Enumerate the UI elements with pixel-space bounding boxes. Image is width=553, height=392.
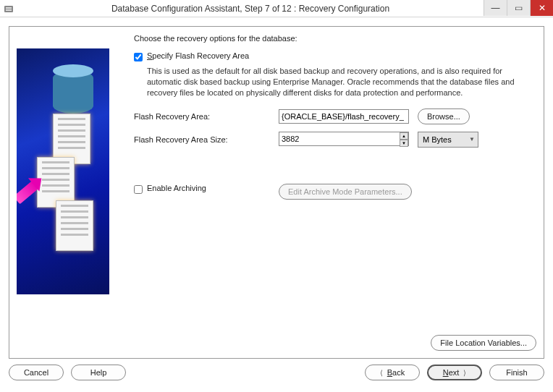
database-icon <box>53 70 93 114</box>
flash-size-spin-down[interactable]: ▼ <box>400 140 408 147</box>
chevron-left-icon: ⟨ <box>380 369 383 377</box>
instruction-text: Choose the recovery options for the data… <box>134 34 536 43</box>
flash-area-input[interactable] <box>279 109 409 124</box>
wizard-frame: Choose the recovery options for the data… <box>9 26 544 359</box>
wizard-illustration <box>17 48 109 294</box>
finish-button[interactable]: Finish <box>489 365 544 380</box>
minimize-icon: — <box>491 3 500 13</box>
minimize-button[interactable]: — <box>484 0 507 16</box>
edit-archive-params-button: Edit Archive Mode Parameters... <box>279 184 412 200</box>
flash-size-spin-up[interactable]: ▲ <box>400 132 408 140</box>
help-button[interactable]: Help <box>71 365 126 380</box>
flash-area-label: Flash Recovery Area: <box>134 112 279 121</box>
specify-flash-recovery-label: Specify Flash Recovery Area <box>147 51 249 60</box>
flash-size-input[interactable] <box>279 132 409 146</box>
maximize-icon: ▭ <box>515 3 523 13</box>
file-location-variables-button[interactable]: File Location Variables... <box>431 335 536 351</box>
flash-size-label: Flash Recovery Area Size: <box>134 135 279 144</box>
flash-recovery-description: This is used as the default for all disk… <box>147 66 536 98</box>
close-button[interactable]: ✕ <box>530 0 553 16</box>
title-bar: Database Configuration Assistant, Step 7… <box>0 0 553 17</box>
svg-rect-0 <box>4 6 13 12</box>
close-icon: ✕ <box>539 3 546 13</box>
flash-size-unit-select[interactable]: M Bytes ▼ <box>418 132 478 148</box>
chevron-down-icon: ▼ <box>469 136 475 142</box>
cancel-button[interactable]: Cancel <box>9 365 64 380</box>
wizard-button-bar: Cancel Help ⟨ Back Next ⟩ Finish <box>9 365 544 380</box>
document-icon <box>56 200 93 251</box>
svg-rect-2 <box>6 9 12 11</box>
enable-archiving-checkbox[interactable] <box>134 185 143 194</box>
maximize-button[interactable]: ▭ <box>507 0 530 16</box>
enable-archiving-label: Enable Archiving <box>147 184 279 192</box>
chevron-right-icon: ⟩ <box>463 369 466 377</box>
flash-size-input-wrapper: ▲ ▼ <box>279 132 409 148</box>
svg-rect-1 <box>6 7 12 9</box>
app-icon <box>3 3 14 14</box>
next-button[interactable]: Next ⟩ <box>427 365 482 380</box>
browse-button[interactable]: Browse... <box>418 108 470 124</box>
specify-flash-recovery-checkbox[interactable] <box>134 53 143 61</box>
window-title: Database Configuration Assistant, Step 7… <box>17 4 484 14</box>
back-button[interactable]: ⟨ Back <box>365 365 420 380</box>
flash-size-unit-value: M Bytes <box>423 135 452 144</box>
